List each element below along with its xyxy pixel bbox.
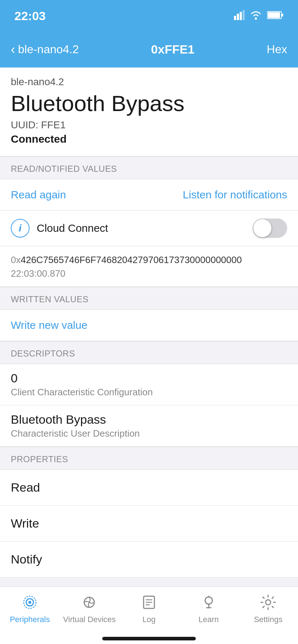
nav-hex-button[interactable]: Hex [267,43,287,56]
device-title: Bluetooth Bypass [11,91,287,116]
property-write: Write [11,516,39,530]
svg-rect-6 [282,14,283,17]
signal-icon [234,10,245,22]
property-row-write: Write [0,506,298,542]
battery-icon [267,11,284,21]
descriptor-value-1: Bluetooth Bypass [11,413,287,427]
hex-data: 426C7565746F6F74682042797061737300000000… [21,254,241,265]
cloud-connect-row: i Cloud Connect [0,211,298,246]
cloud-connect-toggle[interactable] [253,218,287,238]
device-status: Connected [11,133,287,145]
descriptor-value-0: 0 [11,371,287,385]
property-notify: Notify [11,552,42,566]
property-read: Read [11,480,40,494]
property-row-notify: Notify [0,542,298,578]
tab-peripherals[interactable]: Peripherals [0,593,60,624]
tab-settings[interactable]: Settings [238,593,298,624]
nav-title: 0xFFE1 [151,42,195,56]
cloud-connect-label: Cloud Connect [37,222,245,234]
property-row-read: Read [0,470,298,506]
settings-icon [258,593,278,612]
write-new-value-button[interactable]: Write new value [11,319,87,331]
write-value-row[interactable]: Write new value [0,310,298,341]
main-content: ble-nano4.2 Bluetooth Bypass UUID: FFE1 … [0,68,298,639]
tab-settings-label: Settings [254,615,283,624]
tab-log-label: Log [143,615,156,624]
tab-virtual-devices[interactable]: Virtual Devices [60,593,119,624]
descriptor-row-1: Bluetooth Bypass Characteristic User Des… [0,405,298,447]
virtual-devices-icon [80,593,99,612]
status-icons [234,10,284,22]
svg-point-20 [266,600,271,605]
svg-rect-0 [234,16,236,20]
read-again-button[interactable]: Read again [11,189,66,201]
hex-prefix: 0x [11,254,21,265]
properties-section-header: PROPERTIES [0,447,298,470]
written-values-label: WRITTEN VALUES [11,294,89,304]
read-notified-label: READ/NOTIFIED VALUES [11,164,117,174]
tab-learn-label: Learn [198,615,218,624]
learn-icon [199,593,218,612]
nav-back-label: ble-nano4.2 [18,43,79,56]
wifi-icon [250,10,262,22]
descriptors-label: DESCRIPTORS [11,349,75,358]
tab-peripherals-label: Peripherals [10,615,50,624]
device-breadcrumb: ble-nano4.2 [11,76,287,88]
tab-virtual-devices-label: Virtual Devices [63,615,116,624]
back-arrow-icon: ‹ [11,43,15,56]
status-time: 22:03 [14,9,46,23]
hex-value-row: 0x426C7565746F6F746820427970617373000000… [0,246,298,286]
toggle-knob [253,219,271,237]
hex-timestamp: 22:03:00.870 [11,268,287,279]
svg-point-16 [205,597,212,604]
descriptor-desc-1: Characteristic User Description [11,428,287,439]
read-notified-section-header: READ/NOTIFIED VALUES [0,156,298,179]
svg-rect-7 [268,12,280,18]
tab-log[interactable]: Log [119,593,179,624]
hex-value-text: 0x426C7565746F6F746820427970617373000000… [11,253,287,266]
descriptor-row-0: 0 Client Characteristic Configuration [0,364,298,405]
tab-bar: Peripherals Virtual Devices Log [0,586,298,644]
nav-back-button[interactable]: ‹ ble-nano4.2 [11,43,79,56]
peripherals-icon [20,593,40,612]
home-indicator [102,637,196,640]
properties-label: PROPERTIES [11,454,68,464]
listen-notifications-button[interactable]: Listen for notifications [183,189,287,201]
device-uuid: UUID: FFE1 [11,119,287,131]
written-values-section-header: WRITTEN VALUES [0,287,298,310]
read-notify-actions: Read again Listen for notifications [0,179,298,211]
tab-learn[interactable]: Learn [179,593,239,624]
svg-rect-1 [237,14,239,20]
descriptors-section-header: DESCRIPTORS [0,341,298,364]
svg-point-10 [28,601,31,604]
descriptor-desc-0: Client Characteristic Configuration [11,387,287,398]
device-header: ble-nano4.2 Bluetooth Bypass UUID: FFE1 … [0,68,298,156]
svg-point-4 [255,18,257,20]
nav-bar: ‹ ble-nano4.2 0xFFE1 Hex [0,32,298,68]
status-bar: 22:03 [0,0,298,32]
info-icon[interactable]: i [11,219,30,238]
svg-rect-2 [240,12,242,20]
log-icon [139,593,159,612]
svg-rect-3 [243,10,245,20]
